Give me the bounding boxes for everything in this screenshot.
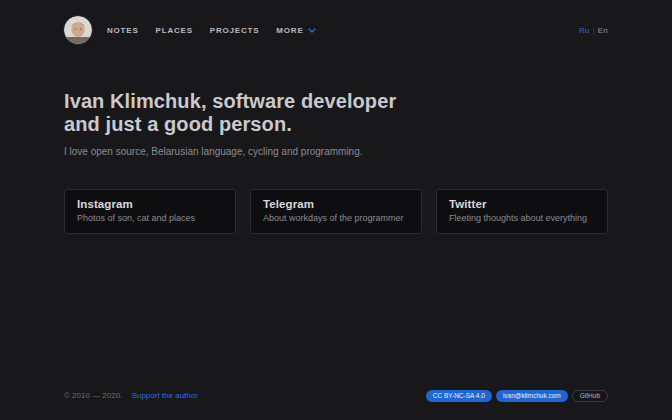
copyright: © 2010 — 2020. [64,391,122,400]
avatar[interactable] [64,16,92,44]
social-cards: Instagram Photos of son, cat and places … [64,189,608,234]
card-twitter[interactable]: Twitter Fleeting thoughts about everythi… [436,189,608,234]
card-description: Photos of son, cat and places [77,213,223,223]
card-telegram[interactable]: Telegram About workdays of the programme… [250,189,422,234]
page-title-line2: and just a good person. [64,113,608,136]
badge-license[interactable]: CC BY-NC-SA 4.0 [426,390,492,403]
nav-item-places[interactable]: Places [156,26,193,35]
page: Notes Places Projects More Ru|En Ivan Kl… [0,0,672,420]
nav-item-more[interactable]: More [276,25,315,35]
footer-left: © 2010 — 2020. Support the author [64,391,198,400]
language-switcher: Ru|En [579,26,608,35]
card-title: Instagram [77,198,223,210]
nav-item-projects[interactable]: Projects [210,26,260,35]
page-subtitle: I love open source, Belarusian language,… [64,146,608,158]
card-description: About workdays of the programmer [263,213,409,223]
support-link[interactable]: Support the author [132,391,198,400]
nav-more-label: More [276,26,303,35]
page-title: Ivan Klimchuk, software developer and ju… [64,90,608,136]
lang-ru[interactable]: Ru [579,26,590,35]
card-title: Telegram [263,198,409,210]
avatar-photo [64,16,92,44]
footer: © 2010 — 2020. Support the author CC BY-… [64,390,608,403]
badge-email[interactable]: ivan@klimchuk.com [496,390,568,403]
card-instagram[interactable]: Instagram Photos of son, cat and places [64,189,236,234]
chevron-down-icon [308,26,316,35]
footer-badges: CC BY-NC-SA 4.0 ivan@klimchuk.com GitHub [426,390,608,403]
main-nav: Notes Places Projects More [107,25,316,35]
page-title-line1: Ivan Klimchuk, software developer [64,90,608,113]
hero-section: Ivan Klimchuk, software developer and ju… [64,44,608,234]
lang-divider: | [593,26,595,35]
nav-item-notes[interactable]: Notes [107,26,139,35]
top-nav: Notes Places Projects More Ru|En [64,16,608,44]
card-description: Fleeting thoughts about everything [449,213,595,223]
lang-en[interactable]: En [598,26,608,35]
badge-github[interactable]: GitHub [572,390,608,403]
card-title: Twitter [449,198,595,210]
